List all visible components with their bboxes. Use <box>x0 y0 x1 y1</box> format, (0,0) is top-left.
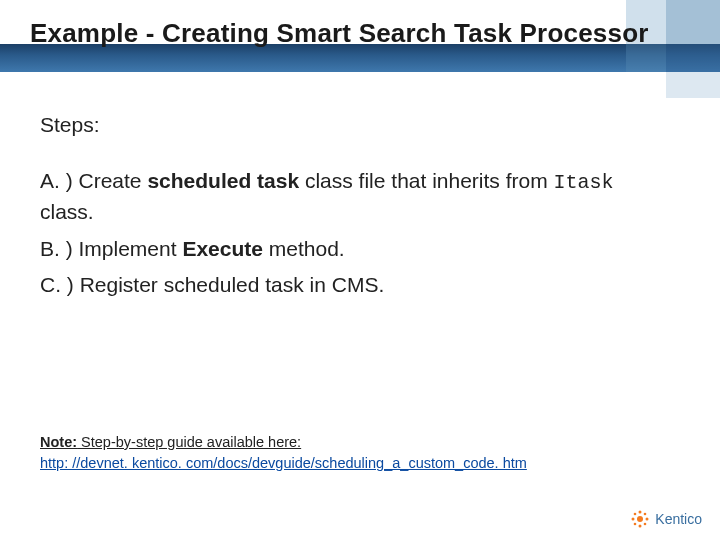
step-a: A. ) Create scheduled task class file th… <box>40 166 670 227</box>
note-lead-bold: Note: <box>40 434 77 450</box>
step-b-suffix: method. <box>263 237 345 260</box>
svg-point-3 <box>632 518 635 521</box>
svg-point-8 <box>644 523 647 526</box>
content-area: Steps: A. ) Create scheduled task class … <box>40 110 670 307</box>
step-a-bold: scheduled task <box>147 169 299 192</box>
svg-point-2 <box>639 525 642 528</box>
step-a-prefix: A. ) Create <box>40 169 147 192</box>
svg-point-1 <box>639 511 642 514</box>
step-a-mid: class file that inherits from <box>299 169 553 192</box>
svg-point-7 <box>634 523 637 526</box>
note-link[interactable]: http: //devnet. kentico. com/docs/devgui… <box>40 455 527 471</box>
svg-point-4 <box>646 518 649 521</box>
note-block: Note: Step-by-step guide available here:… <box>40 432 660 474</box>
steps-heading: Steps: <box>40 110 670 140</box>
svg-point-6 <box>644 513 647 516</box>
slide-title: Example - Creating Smart Search Task Pro… <box>30 18 660 49</box>
slide: Example - Creating Smart Search Task Pro… <box>0 0 720 540</box>
gear-icon <box>631 510 649 528</box>
svg-point-5 <box>634 513 637 516</box>
step-b-prefix: B. ) Implement <box>40 237 182 260</box>
step-b-bold: Execute <box>182 237 263 260</box>
step-b: B. ) Implement Execute method. <box>40 234 670 264</box>
brand-text: Kentico <box>655 511 702 527</box>
step-a-code: Itask <box>554 171 614 194</box>
header-decor-squares <box>550 0 720 100</box>
step-a-suffix: class. <box>40 200 94 223</box>
svg-point-0 <box>637 516 643 522</box>
step-c: C. ) Register scheduled task in CMS. <box>40 270 670 300</box>
brand-logo: Kentico <box>631 510 702 528</box>
note-lead-rest: Step-by-step guide available here: <box>77 434 301 450</box>
